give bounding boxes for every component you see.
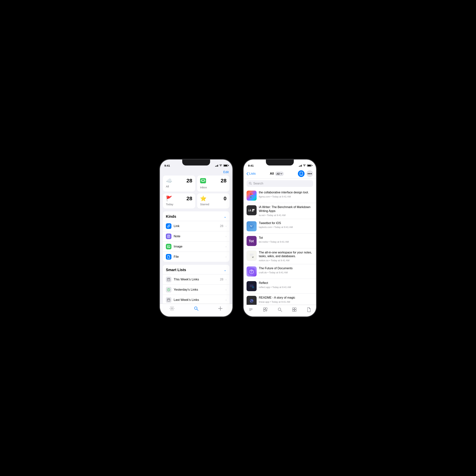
smart-list-yesterday[interactable]: Yesterday's Links › [163,285,229,295]
svg-rect-61 [263,310,265,311]
link-info-notion: The all-in-one workspace for your notes,… [259,251,313,262]
link-item-linear[interactable]: README - A story of magic linear.app • T… [244,294,316,305]
craft-title: The Future of Documents [259,266,313,270]
stat-all[interactable]: ☁️ 28 All [163,175,195,191]
file-icon [306,307,311,312]
nav-dropdown[interactable]: All [275,172,284,176]
stat-starred[interactable]: ⭐ 0 Starred [197,193,229,208]
more-options-button[interactable]: ••• [306,170,313,177]
all-count: 28 [187,178,192,183]
reflect-title: Reflect [259,281,313,285]
link-item-tot[interactable]: Tot Tot tot.rocks • Today at 9:41 AM [244,234,316,248]
kind-file-label: File [174,255,223,259]
tab-search[interactable] [190,305,202,313]
link-type-icon [166,223,171,229]
link-item-reflect[interactable]: Reflect reflect.app • Today at 9:41 AM [244,279,316,294]
edit-button[interactable]: Edit [223,170,229,174]
kind-note[interactable]: Note › [163,231,229,241]
search-input[interactable]: Search [253,182,311,185]
yesterday-chevron: › [225,288,226,291]
svg-rect-12 [167,299,170,301]
svg-rect-31 [250,196,252,198]
tab2-lists[interactable] [245,306,257,313]
kinds-section: Kinds ⌄ Link 28 › [163,211,229,262]
kind-file[interactable]: File › [163,252,229,262]
status-icons-1 [215,164,228,167]
smart-lists-title: Smart Lists [166,268,186,272]
lists-icon [248,307,253,312]
status-time-1: 9:41 [164,164,170,167]
today-label: Today [166,203,192,206]
notch-1 [182,160,210,166]
tab2-search[interactable] [274,306,286,313]
craft-time: Today at 9:41 AM [269,271,288,274]
kinds-collapse-icon[interactable]: ⌄ [224,215,226,219]
status-icons-2 [299,164,312,167]
kind-link[interactable]: Link 28 › [163,221,229,231]
tab-add[interactable] [214,305,226,313]
reflect-time: Today at 9:41 AM [272,286,291,289]
svg-rect-60 [266,308,267,309]
smart-lists-collapse-icon[interactable]: ⌄ [224,268,226,272]
tab2-new[interactable] [259,306,272,313]
tab-settings[interactable] [166,305,178,313]
figma-meta: figma.com • Today at 9:41 AM [259,195,313,198]
lastweek-icon [166,297,171,303]
starred-label: Starred [200,203,226,206]
search-bar[interactable]: Search [247,180,313,187]
note-type-icon [166,234,171,239]
kind-image-label: Image [174,245,223,248]
smart-list-thisweek[interactable]: This Week's Links 28 › [163,274,229,285]
gallery-icon [292,307,297,312]
signal-icon-2 [299,164,302,167]
inbox-label: Inbox [200,186,226,189]
link-item-craft[interactable]: The Future of Documents craft.do • Today… [244,264,316,279]
tab2-gallery[interactable] [288,306,301,313]
smart-list-lastweek[interactable]: Last Week's Links › [163,295,229,304]
back-button[interactable]: Lists [247,172,256,175]
thisweek-count: 28 [220,278,223,281]
phone-view-button[interactable] [298,170,305,177]
link-info-tot: Tot tot.rocks • Today at 9:41 AM [259,236,313,243]
kind-image[interactable]: Image › [163,241,229,252]
stat-inbox[interactable]: 28 Inbox [197,175,229,191]
link-info-linear: README - A story of magic linear.app • T… [259,296,313,303]
back-label: Lists [249,172,256,175]
figma-source: figma.com [259,195,270,198]
linear-title: README - A story of magic [259,296,313,300]
notion-time: Today at 9:41 AM [271,259,289,262]
screen-1: 9:41 Edit [160,160,232,316]
link-item-notion[interactable]: The all-in-one workspace for your notes,… [244,248,316,264]
link-info-craft: The Future of Documents craft.do • Today… [259,266,313,274]
svg-rect-59 [263,308,265,309]
tot-meta: tot.rocks • Today at 9:41 AM [259,240,313,243]
link-info-figma: the collaborative interface design tool.… [259,191,313,198]
svg-point-19 [171,308,173,309]
thisweek-icon [166,277,171,282]
tab-bar-1 [160,304,232,316]
inbox-count: 28 [221,178,226,183]
kind-note-chevron: › [225,235,226,238]
kind-link-chevron: › [225,225,226,228]
nav-actions: ••• [298,170,313,177]
link-item-ia[interactable]: iA iA Writer: The Benchmark of Markdown … [244,203,316,219]
stat-today[interactable]: 🚩 28 Today [163,193,195,208]
ia-time: Today at 9:41 AM [267,214,285,217]
link-info-ia: iA Writer: The Benchmark of Markdown Wri… [259,205,313,217]
kinds-title: Kinds [166,214,176,219]
svg-rect-67 [294,308,296,309]
svg-point-25 [301,175,302,175]
notion-title: The all-in-one workspace for your notes,… [259,251,313,258]
search-bar-icon [249,182,252,185]
phone-1: 9:41 Edit [160,160,232,316]
notch-2 [266,160,294,166]
link-item-tweetbot[interactable]: Tweetbot for iOS tapbots.com • Today at … [244,219,316,234]
figma-dot: • [271,195,272,198]
svg-text:Tot: Tot [249,239,254,243]
tab2-file[interactable] [303,306,315,313]
tab-bar-2 [244,305,316,316]
lastweek-chevron: › [225,298,226,301]
link-item-figma[interactable]: the collaborative interface design tool.… [244,188,316,203]
file-type-icon [166,254,171,260]
ia-meta: ia.net • Today at 9:41 AM [259,214,313,217]
